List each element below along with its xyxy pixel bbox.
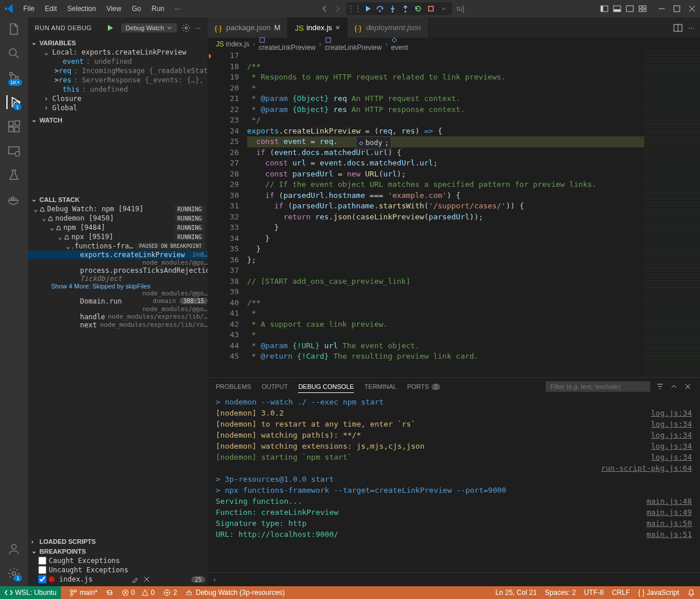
nav-back-icon[interactable] [321,5,329,13]
code-line[interactable]: // If the event object URL matches a spe… [247,179,644,190]
menu-go[interactable]: Go [127,2,146,15]
callstack-frame[interactable]: node_modules/@go… [28,290,208,297]
code-line[interactable]: * [247,308,644,319]
remote-explorer-icon[interactable] [7,144,21,158]
extensions-icon[interactable] [7,120,21,133]
console-source-link[interactable]: main.js:51 [647,529,692,540]
debug-drag-icon[interactable]: ⋮⋮ [350,4,359,13]
callstack-thread[interactable]: ⌄ nodemon [9450]RUNNING [28,214,208,223]
panel-tab-problems[interactable]: PROBLEMS [216,381,251,392]
code-line[interactable] [247,50,644,62]
callstack-thread[interactable]: ⌄ npx [9519]RUNNING [28,232,208,241]
code-line[interactable]: * @param {Object} req An HTTP request co… [247,93,644,104]
checkbox[interactable] [38,575,46,583]
eol[interactable]: CRLF [612,589,630,597]
code-line[interactable]: } [247,222,644,233]
panel-tab-debug-console[interactable]: DEBUG CONSOLE [298,381,354,393]
code-line[interactable]: const url = event.docs.matchedUrl.url; [247,158,644,169]
notifications-icon[interactable] [687,589,695,597]
callstack-frame[interactable]: exports.createLinkPreviewind… [28,251,208,259]
debug-console[interactable]: > nodemon --watch ./ --exec npm start[no… [208,395,700,572]
menu-edit[interactable]: Edit [40,2,61,15]
code-line[interactable]: exports.createLinkPreview = (req, res) =… [247,126,644,137]
remote-indicator[interactable]: WSL: Ubuntu [0,586,61,599]
console-source-link[interactable]: log.js:34 [651,407,692,418]
checkbox[interactable] [38,557,46,565]
code-line[interactable]: // [START add_ons_case_preview_link] [247,276,644,287]
panel-tab-terminal[interactable]: TERMINAL [364,381,397,392]
variable-row[interactable]: this: undefined [28,85,208,94]
variable-row[interactable]: event: undefined [28,57,208,66]
callstack-thread[interactable]: ⌄ Debug Watch: npm [9419]RUNNING [28,204,208,214]
code-line[interactable]: * [247,83,644,94]
menu-selection[interactable]: Selection [63,2,100,15]
console-filter-input[interactable] [546,381,650,392]
more-icon[interactable]: ··· [688,24,694,32]
window-close-icon[interactable] [688,5,695,12]
layout-sidebar-right-icon[interactable] [626,5,634,13]
panel-tab-ports[interactable]: PORTS2 [407,381,440,392]
code-line[interactable]: * @return {!Card} The resulting preview … [247,351,644,362]
git-branch[interactable]: main* [69,589,97,597]
var-global[interactable]: ›Global [28,103,208,113]
minimap[interactable] [644,50,700,377]
callstack-frame[interactable]: Domain.rundomain 388:15 [28,297,208,305]
code-line[interactable]: */ [247,115,644,126]
code-line[interactable]: const parsedUrl = new URL(url); [247,169,644,180]
console-source-link[interactable]: log.js:34 [651,430,692,441]
bp-entry[interactable]: index.js 25 [28,575,208,584]
code-line[interactable]: * @param {Object} res An HTTP response c… [247,104,644,116]
gear-icon[interactable] [182,23,191,33]
code-line[interactable]: if (parsedUrl.pathname.startsWith('/supp… [247,201,644,212]
bp-caught[interactable]: Caught Exceptions [28,556,208,565]
split-editor-icon[interactable] [673,23,683,33]
cursor-position[interactable]: Ln 25, Col 21 [495,589,536,597]
console-source-link[interactable]: main.js:48 [647,496,692,507]
more-icon[interactable]: ··· [195,24,201,31]
menu-view[interactable]: View [101,2,126,15]
editor-tab[interactable]: JSindex.js× [288,17,347,38]
ports-indicator[interactable]: 2 [163,589,177,597]
nav-forward-icon[interactable] [333,5,342,13]
language-mode[interactable]: { } JavaScript [638,589,679,597]
code-line[interactable]: } [247,233,644,244]
debug-more-icon[interactable] [439,4,448,13]
indentation[interactable]: Spaces: 2 [545,589,576,597]
sync-indicator[interactable] [106,589,114,597]
debug-continue-icon[interactable] [362,4,372,13]
breadcrumb-item[interactable]: JS index.js [216,40,249,48]
checkbox[interactable] [38,566,46,574]
breadcrumb-item[interactable]: createLinkPreview [325,37,382,52]
code-line[interactable] [247,265,644,276]
console-source-link[interactable]: log.js:34 [651,452,692,463]
problems-indicator[interactable]: 0 0 [122,589,155,597]
var-scope[interactable]: ⌄Local: exports.createLinkPreview [28,48,208,57]
loaded-scripts-header[interactable]: ›LOADED SCRIPTS [28,537,208,546]
callstack-frame[interactable]: process.processTicksAndRejections [28,266,208,275]
callstack-frame[interactable]: nextnode_modules/express/lib/ro… [28,321,208,329]
callstack-header[interactable]: ⌄CALL STACK [28,194,208,204]
code-line[interactable]: return res.json(caseLinkPreview(parsedUr… [247,212,644,223]
accounts-icon[interactable] [7,542,21,556]
variable-row[interactable]: >req: IncomingMessage {_readableState:… [28,66,208,75]
code-line[interactable]: * Responds to any HTTP request related t… [247,72,644,83]
settings-gear-icon[interactable]: 1 [7,566,21,580]
watch-header[interactable]: ⌄WATCH [28,115,208,125]
callstack-thread[interactable]: ⌄ npm [9484]RUNNING [28,223,208,232]
breadcrumb[interactable]: JS index.js› createLinkPreview› createLi… [208,38,700,50]
code-line[interactable]: if (parsedUrl.hostname === 'example.com'… [247,190,644,201]
window-minimize-icon[interactable] [658,5,665,12]
console-source-link[interactable]: main.js:49 [647,507,692,518]
layout-customize-icon[interactable] [639,5,647,13]
variable-row[interactable]: >res: ServerResponse {_events: {…}, _e… [28,75,208,85]
filter-icon[interactable] [656,383,664,391]
edit-icon[interactable] [132,576,139,583]
panel-close-icon[interactable] [684,383,692,391]
callstack-skip[interactable]: Show 4 More: Skipped by skipFiles [28,283,208,290]
code-line[interactable]: } [247,244,644,255]
code-line[interactable]: }; [247,255,644,266]
window-maximize-icon[interactable] [673,5,680,12]
console-source-link[interactable]: log.js:34 [651,418,692,430]
panel-maximize-icon[interactable] [670,383,678,391]
layout-sidebar-left-icon[interactable] [600,5,608,13]
